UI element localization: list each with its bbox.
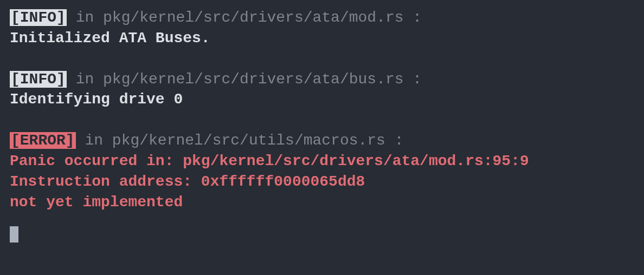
log-entry: [ERROR] in pkg/kernel/src/utils/macros.r… [10, 130, 634, 212]
log-colon: : [385, 132, 404, 149]
log-colon: : [404, 9, 422, 26]
log-entry: [INFO] in pkg/kernel/src/drivers/ata/bus… [10, 69, 634, 110]
log-message-line: Panic occurred in: pkg/kernel/src/driver… [10, 151, 634, 172]
log-source-path: pkg/kernel/src/drivers/ata/bus.rs [103, 71, 404, 88]
info-tag: [INFO] [10, 9, 67, 26]
error-tag: [ERROR] [10, 132, 76, 149]
log-in-word: in [76, 132, 112, 149]
log-in-word: in [67, 71, 103, 88]
log-message-line: not yet implemented [10, 192, 634, 213]
log-source-path: pkg/kernel/src/drivers/ata/mod.rs [103, 9, 404, 26]
log-entry: [INFO] in pkg/kernel/src/drivers/ata/mod… [10, 8, 634, 49]
log-header: [INFO] in pkg/kernel/src/drivers/ata/mod… [10, 8, 634, 28]
log-message-line: Initialized ATA Buses. [10, 28, 634, 49]
info-tag: [INFO] [10, 71, 67, 88]
log-in-word: in [67, 9, 103, 26]
terminal-cursor [10, 226, 18, 243]
log-message-line: Instruction address: 0xffffff0000065dd8 [10, 172, 634, 192]
terminal-log-output: [INFO] in pkg/kernel/src/drivers/ata/mod… [10, 8, 634, 212]
log-source-path: pkg/kernel/src/utils/macros.rs [112, 132, 385, 149]
log-colon: : [404, 71, 422, 88]
log-message-line: Identifying drive 0 [10, 89, 634, 110]
log-header: [INFO] in pkg/kernel/src/drivers/ata/bus… [10, 69, 634, 90]
log-header: [ERROR] in pkg/kernel/src/utils/macros.r… [10, 130, 634, 151]
